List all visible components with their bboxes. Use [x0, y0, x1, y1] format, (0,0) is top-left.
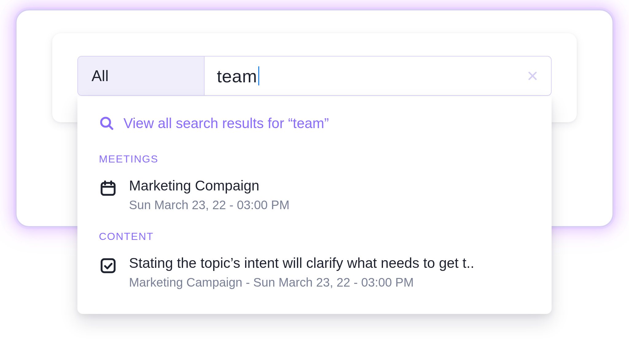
clear-search-button[interactable] [514, 57, 551, 95]
calendar-icon [99, 179, 117, 198]
meeting-result-item[interactable]: Marketing Compaign Sun March 23, 22 - 03… [99, 177, 530, 212]
svg-rect-8 [102, 259, 115, 272]
meeting-result-subtitle: Sun March 23, 22 - 03:00 PM [129, 198, 530, 212]
meeting-result-title: Marketing Compaign [129, 177, 530, 194]
svg-rect-4 [102, 183, 115, 195]
search-bar: All team [77, 56, 552, 96]
content-result-subtitle: Marketing Campaign - Sun March 23, 22 - … [129, 276, 530, 289]
content-result-item[interactable]: Stating the topic’s intent will clarify … [99, 255, 530, 289]
search-scope-label: All [92, 67, 109, 85]
search-query-text: team [217, 66, 257, 86]
check-square-icon [99, 256, 117, 275]
close-icon [527, 70, 538, 82]
search-results-panel: View all search results for “team” MEETI… [77, 96, 552, 314]
view-all-results-label: View all search results for “team” [123, 115, 329, 131]
text-caret [258, 66, 259, 85]
view-all-results-link[interactable]: View all search results for “team” [99, 115, 530, 131]
section-header-content: CONTENT [99, 230, 530, 242]
search-input[interactable]: team [205, 57, 514, 95]
content-result-title: Stating the topic’s intent will clarify … [129, 255, 530, 271]
search-scope-selector[interactable]: All [78, 57, 205, 95]
search-icon [99, 115, 114, 131]
section-header-meetings: MEETINGS [99, 153, 530, 165]
svg-line-3 [109, 126, 112, 129]
